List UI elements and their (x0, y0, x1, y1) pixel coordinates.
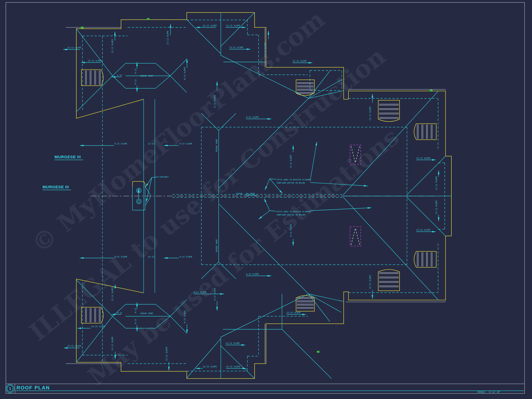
plan-label-vertical: RIDGE VENT (215, 139, 218, 152)
sheet-title: ROOF PLAN (16, 385, 50, 390)
roof-line (343, 197, 438, 300)
slope-arrow (259, 211, 270, 219)
plan-label: 4:12 SLOPE (180, 256, 192, 258)
plan-label-vertical: 4:12 SLOPE (184, 67, 186, 80)
plan-label: 4:12 (117, 312, 122, 314)
plan-label: RIDGE VENT (140, 312, 153, 315)
plan-label: 4:12 (117, 74, 122, 77)
roof-line (407, 156, 446, 195)
vent-pipe (138, 189, 140, 192)
roof-line (221, 13, 255, 46)
plan-label-vertical: 12:12 SLOPE (167, 31, 169, 45)
plan-label: 12:12 SLOPE (416, 157, 430, 159)
plan-label: 12:12 SLOPE (286, 311, 301, 314)
roof-line (282, 329, 331, 379)
scale-label: SCALE: (477, 391, 486, 393)
leader-line (270, 179, 276, 179)
plan-label: ATTIC AREA TO RECEIVE PLYWOOD (277, 211, 311, 213)
detail-number: 1 (9, 386, 11, 391)
watermark-layer: © MyHomeFloorPlans.comILLEGAL to use for… (24, 5, 405, 391)
roof-line (221, 346, 255, 379)
plan-label-vertical: 12:12 SLOPE (264, 43, 267, 57)
roof-line (145, 196, 151, 206)
plan-label: 12:12 SLOPE (416, 229, 430, 231)
plan-label-vertical: 12:12 SLOPE (369, 275, 371, 289)
plan-label: 4:12 SLOPE (114, 143, 127, 145)
green-marker (147, 18, 149, 20)
plan-label-vertical: 4:12 (134, 80, 137, 85)
plan-label: 12:12 (148, 256, 154, 258)
roof-line (156, 76, 170, 88)
plan-label-vertical: 4:12 (134, 308, 137, 313)
vent-pipe (136, 188, 141, 193)
plan-label-vertical: 4:12 SLOPE (214, 288, 216, 301)
plan-label: 12:12 SLOPE (88, 60, 102, 62)
leader-line (270, 211, 276, 211)
plan-label: 12:12 SLOPE (293, 60, 307, 62)
roof-plan-sheet: © MyHomeFloorPlans.comILLEGAL to use for… (0, 0, 532, 399)
roof-line (219, 113, 236, 130)
plan-label-vertical: 4:12 SLOPE (184, 310, 186, 323)
plan-label-vertical: 4:12 SLOPE (290, 224, 292, 237)
roof-line (343, 91, 438, 195)
roof-plan-drawing: © MyHomeFloorPlans.comILLEGAL to use for… (0, 0, 532, 399)
plan-name-label: MURGESE III (43, 185, 69, 189)
plan-label: 12:12 SLOPE (203, 365, 217, 368)
plan-label: CRICKET (160, 176, 169, 178)
plan-label-vertical: 12:12 SLOPE (435, 200, 438, 214)
scale-value: ¼"=1'-0" (489, 391, 500, 393)
slope-arrow (270, 179, 282, 194)
roof-line (219, 98, 309, 188)
plan-label-vertical: 4:12 (134, 69, 137, 74)
plan-label-vertical: 12:12 SLOPE (111, 287, 114, 301)
plan-label: 12:12 SLOPE (203, 24, 217, 27)
plan-label: NO VENT (246, 193, 255, 195)
leader-line (152, 177, 159, 177)
roof-line (113, 76, 126, 88)
plan-label-vertical: 4:12 SLOPE (290, 155, 292, 168)
plan-label: 12:12 SLOPE (67, 47, 81, 49)
plan-label: 4:12 SLOPE (114, 256, 127, 258)
skylight (350, 227, 361, 246)
slope-arrow (264, 198, 270, 211)
plan-label-vertical: 12:12 SLOPE (111, 39, 114, 53)
slope-arrow (265, 179, 270, 190)
green-marker (430, 90, 433, 92)
green-marker (81, 27, 84, 28)
roof-line (187, 339, 221, 378)
roof-line (145, 186, 151, 196)
roof-line (113, 63, 126, 76)
skylight-chevron (355, 228, 360, 245)
slope-arrow (146, 177, 152, 202)
vent-pipe (136, 199, 141, 204)
plan-label-vertical: 12:12 SLOPE (165, 347, 168, 361)
plan-label: 12:12 (148, 143, 154, 145)
plan-label: RIDGE (236, 193, 243, 195)
plan-label: 4:12 SLOPE (246, 273, 259, 275)
plan-label-vertical: 12:12 SLOPE (111, 336, 114, 351)
plan-label-vertical: 4:12 SLOPE (214, 95, 216, 108)
plan-label-vertical: 4:12 (134, 319, 137, 324)
vent-pipe (138, 200, 140, 203)
plan-name-label: MURGESE III (55, 155, 81, 159)
plan-label: 4:12 SLOPE (194, 291, 206, 293)
plan-label: 12:12 SLOPE (67, 345, 81, 347)
roof-line (156, 63, 170, 76)
plan-label: ATTIC AREA TO RECEIVE PLYWOOD (277, 179, 311, 181)
roof-line (309, 294, 330, 322)
plan-label: SUBFLOOR DOTTED IN BELOW (277, 214, 305, 216)
roof-line (113, 316, 126, 328)
plan-label: 12:12 SLOPE (91, 325, 105, 328)
plan-label-vertical: 12:12 SLOPE (369, 106, 371, 120)
plan-label: 4:12 SLOPE (180, 143, 192, 145)
plan-label: 12:12 SLOPE (226, 365, 240, 368)
plan-label: 4:12 SLOPE (246, 116, 259, 118)
skylight-chevron (351, 228, 355, 245)
plan-label: 12:12 SLOPE (226, 24, 240, 27)
plan-label-vertical: RIDGE VENT (215, 239, 218, 252)
plan-label: SUBFLOOR DOTTED IN BELOW (277, 182, 305, 184)
plan-label: 12:12 SLOPE (226, 342, 240, 344)
roof-line (221, 294, 309, 337)
green-marker (317, 351, 319, 353)
plan-label: RIDGE VENT (140, 75, 153, 77)
